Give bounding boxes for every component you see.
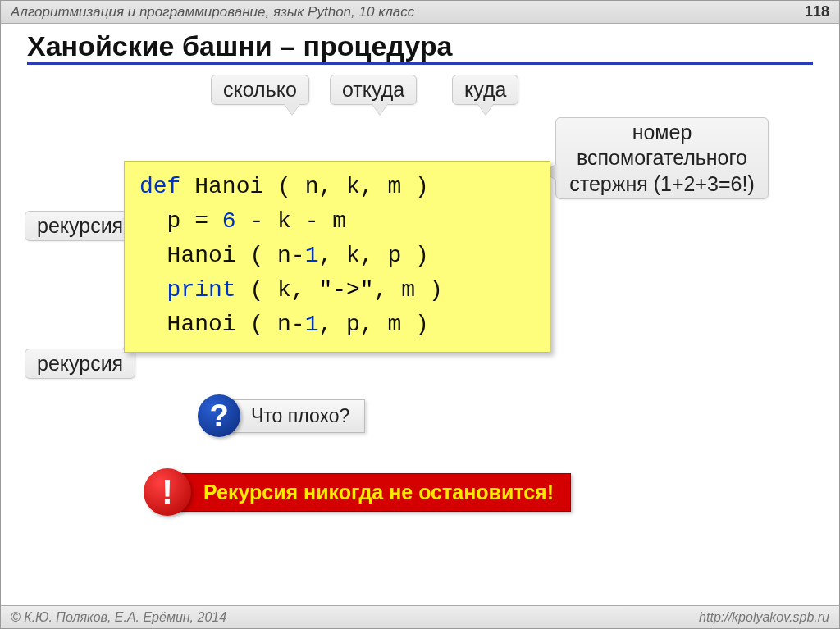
header-bar: Алгоритмизация и программирование, язык … [1, 1, 839, 24]
callout-to: куда [452, 75, 518, 105]
callout-recursion-2: рекурсия [25, 349, 135, 379]
question-text: Что плохо? [227, 399, 365, 433]
footer-url: http://kpolyakov.spb.ru [699, 610, 829, 625]
course-label: Алгоритмизация и программирование, язык … [11, 4, 414, 21]
content-stage: сколько откуда куда номер вспомогательно… [1, 66, 839, 599]
question-row: ? Что плохо? [198, 394, 365, 437]
page-number: 118 [805, 3, 829, 21]
callout-aux: номер вспомогательного стержня (1+2+3=6!… [555, 117, 769, 199]
callout-from: откуда [330, 75, 417, 105]
footer-bar: © К.Ю. Поляков, Е.А. Ерёмин, 2014 http:/… [1, 605, 839, 628]
question-icon: ? [198, 394, 240, 437]
warning-row: ! Рекурсия никогда не остановится! [144, 468, 571, 516]
warning-icon: ! [144, 468, 191, 516]
code-block: def Hanoi ( n, k, m ) p = 6 - k - m Hano… [124, 161, 550, 353]
callout-recursion-1: рекурсия [25, 211, 135, 241]
copyright: © К.Ю. Поляков, Е.А. Ерёмин, 2014 [11, 610, 226, 625]
title-row: Ханойские башни – процедура [1, 24, 839, 66]
warning-text: Рекурсия никогда не остановится! [178, 473, 571, 512]
page-title: Ханойские башни – процедура [27, 30, 813, 65]
callout-howmany: сколько [211, 75, 309, 105]
